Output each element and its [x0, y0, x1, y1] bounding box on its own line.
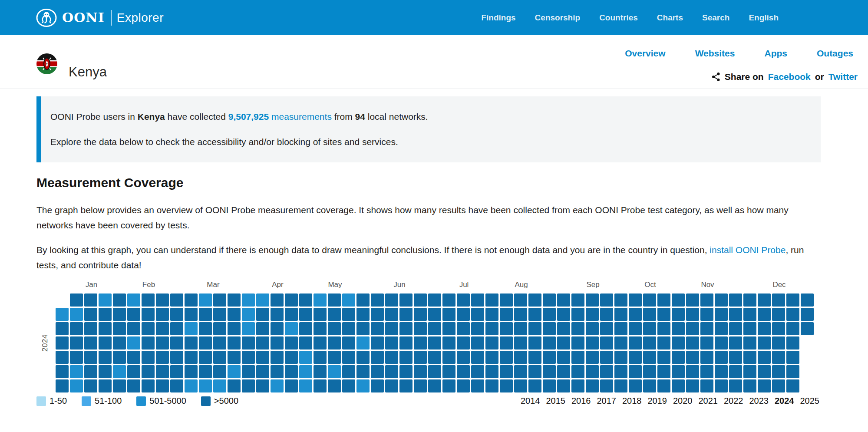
heatmap-cell[interactable]	[56, 351, 69, 364]
topnav-link-countries[interactable]: Countries	[599, 13, 638, 23]
heatmap-cell[interactable]	[485, 336, 498, 350]
heatmap-cell[interactable]	[442, 336, 455, 350]
heatmap-cell[interactable]	[786, 351, 799, 364]
heatmap-cell[interactable]	[571, 379, 584, 392]
year-link-2022[interactable]: 2022	[724, 396, 743, 406]
heatmap-cell[interactable]	[528, 322, 541, 335]
heatmap-cell[interactable]	[299, 336, 312, 350]
heatmap-cell[interactable]	[170, 322, 183, 335]
heatmap-cell[interactable]	[514, 308, 527, 321]
heatmap-cell[interactable]	[500, 379, 513, 392]
heatmap-cell[interactable]	[801, 308, 814, 321]
heatmap-cell[interactable]	[399, 308, 413, 321]
heatmap-cell[interactable]	[586, 379, 599, 392]
heatmap-cell[interactable]	[457, 365, 470, 378]
heatmap-cell[interactable]	[213, 365, 226, 378]
heatmap-cell[interactable]	[428, 308, 441, 321]
heatmap-cell[interactable]	[127, 379, 140, 392]
heatmap-cell[interactable]	[356, 322, 370, 335]
heatmap-cell[interactable]	[256, 365, 269, 378]
heatmap-cell[interactable]	[471, 351, 484, 364]
heatmap-cell[interactable]	[99, 308, 112, 321]
heatmap-cell[interactable]	[328, 351, 341, 364]
tab-overview[interactable]: Overview	[625, 48, 665, 59]
heatmap-cell[interactable]	[342, 336, 355, 350]
heatmap-cell[interactable]	[457, 379, 470, 392]
heatmap-cell[interactable]	[127, 351, 140, 364]
heatmap-cell[interactable]	[199, 308, 212, 321]
heatmap-cell[interactable]	[557, 293, 570, 307]
year-link-2021[interactable]: 2021	[699, 396, 718, 406]
heatmap-cell[interactable]	[342, 308, 355, 321]
heatmap-cell[interactable]	[772, 322, 785, 335]
heatmap-cell[interactable]	[213, 351, 226, 364]
heatmap-cell[interactable]	[299, 308, 312, 321]
heatmap-cell[interactable]	[56, 322, 69, 335]
heatmap-cell[interactable]	[428, 365, 441, 378]
heatmap-cell[interactable]	[758, 379, 771, 392]
heatmap-cell[interactable]	[314, 336, 327, 350]
heatmap-cell[interactable]	[242, 379, 255, 392]
heatmap-cell[interactable]	[127, 322, 140, 335]
heatmap-cell[interactable]	[328, 322, 341, 335]
heatmap-cell[interactable]	[285, 322, 298, 335]
heatmap-cell[interactable]	[686, 293, 699, 307]
heatmap-cell[interactable]	[156, 365, 169, 378]
heatmap-cell[interactable]	[786, 293, 799, 307]
heatmap-cell[interactable]	[700, 351, 713, 364]
heatmap-cell[interactable]	[442, 308, 455, 321]
heatmap-cell[interactable]	[457, 351, 470, 364]
heatmap-cell[interactable]	[271, 351, 284, 364]
heatmap-cell[interactable]	[686, 336, 699, 350]
heatmap-cell[interactable]	[571, 322, 584, 335]
year-link-2016[interactable]: 2016	[571, 396, 591, 406]
heatmap-cell[interactable]	[127, 308, 140, 321]
measurements-link-part[interactable]: measurements	[269, 112, 332, 122]
heatmap-cell[interactable]	[629, 365, 642, 378]
heatmap-cell[interactable]	[156, 322, 169, 335]
heatmap-cell[interactable]	[127, 293, 140, 307]
heatmap-cell[interactable]	[113, 379, 126, 392]
heatmap-cell[interactable]	[700, 379, 713, 392]
heatmap-cell[interactable]	[657, 293, 670, 307]
heatmap-cell[interactable]	[84, 379, 97, 392]
heatmap-cell[interactable]	[528, 293, 541, 307]
heatmap-cell[interactable]	[285, 308, 298, 321]
heatmap-cell[interactable]	[600, 336, 613, 350]
heatmap-cell[interactable]	[500, 293, 513, 307]
heatmap-cell[interactable]	[242, 365, 255, 378]
tab-outages[interactable]: Outages	[817, 48, 853, 59]
heatmap-cell[interactable]	[285, 365, 298, 378]
heatmap-cell[interactable]	[586, 336, 599, 350]
heatmap-cell[interactable]	[371, 351, 384, 364]
heatmap-cell[interactable]	[70, 308, 83, 321]
heatmap-cell[interactable]	[643, 365, 656, 378]
heatmap-cell[interactable]	[170, 351, 183, 364]
heatmap-cell[interactable]	[84, 308, 97, 321]
heatmap-cell[interactable]	[571, 351, 584, 364]
heatmap-cell[interactable]	[729, 293, 742, 307]
heatmap-cell[interactable]	[56, 365, 69, 378]
heatmap-cell[interactable]	[70, 379, 83, 392]
heatmap-cell[interactable]	[414, 351, 427, 364]
heatmap-cell[interactable]	[672, 379, 685, 392]
heatmap-cell[interactable]	[385, 379, 398, 392]
heatmap-cell[interactable]	[256, 351, 269, 364]
heatmap-cell[interactable]	[285, 379, 298, 392]
heatmap-cell[interactable]	[84, 336, 97, 350]
heatmap-cell[interactable]	[70, 351, 83, 364]
heatmap-cell[interactable]	[271, 365, 284, 378]
heatmap-cell[interactable]	[428, 336, 441, 350]
heatmap-cell[interactable]	[414, 379, 427, 392]
heatmap-cell[interactable]	[471, 293, 484, 307]
heatmap-cell[interactable]	[543, 336, 556, 350]
heatmap-cell[interactable]	[113, 336, 126, 350]
share-twitter-link[interactable]: Twitter	[828, 72, 858, 82]
heatmap-cell[interactable]	[399, 379, 413, 392]
heatmap-cell[interactable]	[557, 379, 570, 392]
heatmap-cell[interactable]	[586, 293, 599, 307]
heatmap-cell[interactable]	[758, 351, 771, 364]
heatmap-cell[interactable]	[500, 365, 513, 378]
heatmap-cell[interactable]	[500, 336, 513, 350]
year-link-2017[interactable]: 2017	[597, 396, 617, 406]
